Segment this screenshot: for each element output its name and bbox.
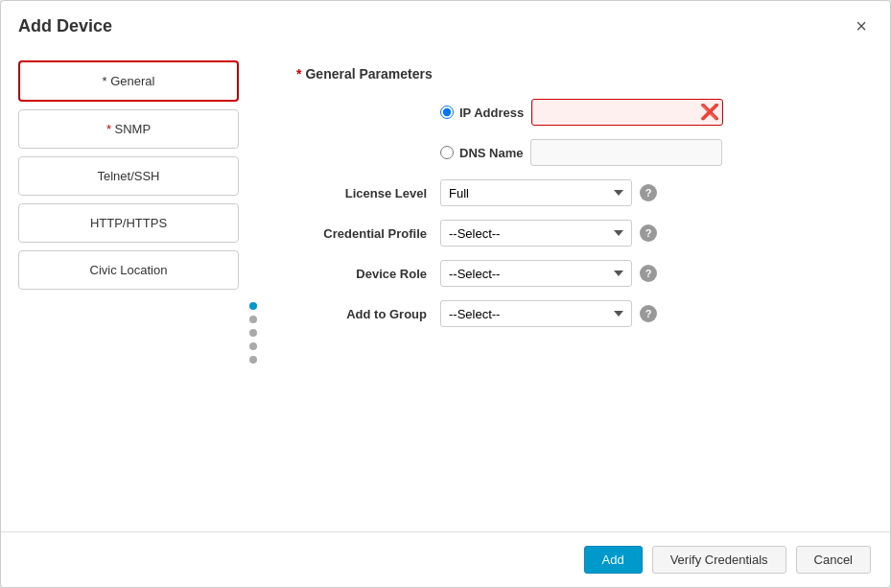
dialog-body: * General * SNMP Telnet/SSH HTTP/HTTPS C… <box>1 47 890 531</box>
step-dot-2 <box>249 316 257 323</box>
credential-profile-control: --Select-- Profile 1 Profile 2 ? <box>440 220 657 247</box>
add-to-group-row: Add to Group --Select-- Group 1 Group 2 … <box>296 300 854 327</box>
device-role-control: --Select-- Router Switch Firewall ? <box>440 260 657 287</box>
address-group: IP Address ❌ DNS Name <box>296 99 854 166</box>
dns-form-control: DNS Name <box>440 139 722 166</box>
step-dot-4 <box>249 342 257 350</box>
ip-address-label[interactable]: IP Address <box>459 106 524 120</box>
ip-clear-button[interactable]: ❌ <box>700 103 719 122</box>
device-role-help-icon[interactable]: ? <box>640 265 657 282</box>
step-dot-3 <box>249 329 257 337</box>
license-level-label: License Level <box>296 186 440 200</box>
add-to-group-help-icon[interactable]: ? <box>640 305 657 322</box>
sidebar: * General * SNMP Telnet/SSH HTTP/HTTPS C… <box>18 57 239 531</box>
license-level-row: License Level Full Limited None ? <box>296 179 854 206</box>
cancel-button[interactable]: Cancel <box>796 546 871 574</box>
add-to-group-control: --Select-- Group 1 Group 2 ? <box>440 300 657 327</box>
close-button[interactable]: × <box>850 14 873 37</box>
step-dot-1 <box>249 302 257 310</box>
add-device-dialog: Add Device × * General * SNMP Telnet/SSH… <box>0 0 891 588</box>
dns-name-input[interactable] <box>530 139 722 166</box>
credential-profile-row: Credential Profile --Select-- Profile 1 … <box>296 220 854 247</box>
ip-address-radio[interactable] <box>440 106 454 119</box>
ip-address-row: IP Address ❌ <box>296 99 854 126</box>
sidebar-item-telnet[interactable]: Telnet/SSH <box>18 156 239 196</box>
credential-profile-label: Credential Profile <box>296 226 440 241</box>
ip-address-input-container: ❌ <box>531 99 723 126</box>
dialog-footer: Add Verify Credentials Cancel <box>1 531 890 587</box>
section-title: *General Parameters <box>296 66 854 82</box>
verify-credentials-button[interactable]: Verify Credentials <box>652 546 786 574</box>
add-to-group-label: Add to Group <box>296 307 440 321</box>
license-level-control: Full Limited None ? <box>440 179 657 206</box>
credential-help-icon[interactable]: ? <box>640 224 657 242</box>
sidebar-item-snmp[interactable]: * SNMP <box>18 109 239 149</box>
add-button[interactable]: Add <box>584 546 643 574</box>
dns-name-radio[interactable] <box>440 146 454 159</box>
add-to-group-select[interactable]: --Select-- Group 1 Group 2 <box>440 300 632 327</box>
dns-name-label[interactable]: DNS Name <box>459 146 523 160</box>
credential-profile-select[interactable]: --Select-- Profile 1 Profile 2 <box>440 220 632 247</box>
sidebar-item-http[interactable]: HTTP/HTTPS <box>18 203 239 243</box>
device-role-select[interactable]: --Select-- Router Switch Firewall <box>440 260 632 287</box>
ip-address-input[interactable] <box>531 99 723 126</box>
dialog-header: Add Device × <box>1 1 890 47</box>
dns-radio-row: DNS Name <box>440 146 523 160</box>
device-role-label: Device Role <box>296 267 440 281</box>
dialog-title: Add Device <box>18 16 112 36</box>
ip-radio-row: IP Address <box>440 106 524 120</box>
stepper-dots <box>239 57 268 531</box>
device-role-row: Device Role --Select-- Router Switch Fir… <box>296 260 854 287</box>
license-help-icon[interactable]: ? <box>640 184 657 201</box>
sidebar-item-civic[interactable]: Civic Location <box>18 250 239 290</box>
dns-name-row: DNS Name <box>296 139 854 166</box>
license-level-select[interactable]: Full Limited None <box>440 179 632 206</box>
main-content: *General Parameters IP Address ❌ <box>268 57 873 531</box>
step-dot-5 <box>249 356 257 364</box>
ip-form-control: IP Address ❌ <box>440 99 723 126</box>
sidebar-item-general[interactable]: * General <box>18 60 239 102</box>
